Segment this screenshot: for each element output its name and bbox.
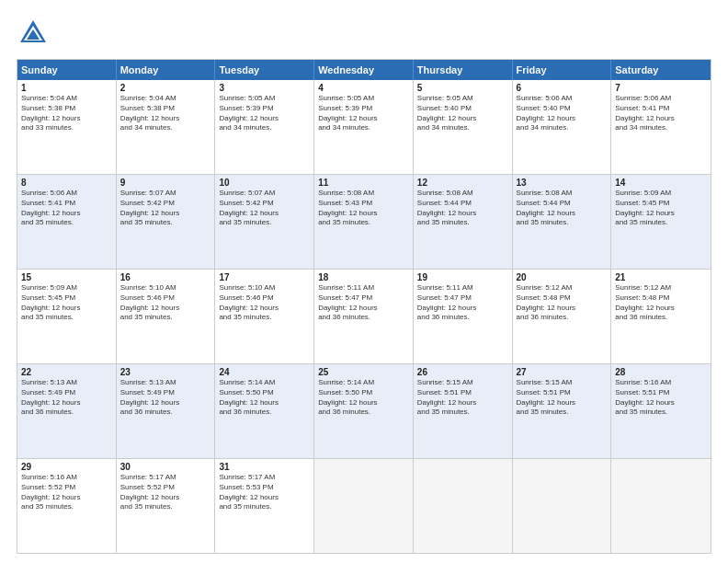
calendar: SundayMondayTuesdayWednesdayThursdayFrid…: [17, 59, 711, 554]
calendar-cell: 26Sunrise: 5:15 AM Sunset: 5:51 PM Dayli…: [414, 364, 513, 458]
cell-content: Sunrise: 5:13 AM Sunset: 5:49 PM Dayligh…: [120, 378, 211, 418]
calendar-cell: 29Sunrise: 5:16 AM Sunset: 5:52 PM Dayli…: [17, 459, 117, 553]
calendar-cell: 6Sunrise: 5:06 AM Sunset: 5:40 PM Daylig…: [513, 80, 612, 174]
calendar-row: 22Sunrise: 5:13 AM Sunset: 5:49 PM Dayli…: [17, 364, 711, 459]
cell-content: Sunrise: 5:05 AM Sunset: 5:39 PM Dayligh…: [318, 94, 409, 133]
calendar-cell: 12Sunrise: 5:08 AM Sunset: 5:44 PM Dayli…: [414, 175, 513, 269]
cell-content: Sunrise: 5:05 AM Sunset: 5:39 PM Dayligh…: [219, 94, 310, 133]
calendar-header: SundayMondayTuesdayWednesdayThursdayFrid…: [17, 60, 711, 80]
day-number: 11: [318, 178, 409, 188]
calendar-cell: 15Sunrise: 5:09 AM Sunset: 5:45 PM Dayli…: [17, 270, 117, 363]
calendar-cell: 8Sunrise: 5:06 AM Sunset: 5:41 PM Daylig…: [17, 175, 117, 269]
calendar-header-cell: Friday: [513, 60, 612, 80]
day-number: 7: [615, 83, 707, 93]
day-number: 16: [120, 272, 211, 282]
cell-content: Sunrise: 5:16 AM Sunset: 5:52 PM Dayligh…: [21, 473, 112, 512]
calendar-cell: 27Sunrise: 5:15 AM Sunset: 5:51 PM Dayli…: [513, 364, 612, 458]
calendar-header-cell: Monday: [117, 60, 216, 80]
calendar-header-cell: Wednesday: [314, 60, 414, 80]
calendar-cell: 10Sunrise: 5:07 AM Sunset: 5:42 PM Dayli…: [215, 175, 314, 269]
day-number: 24: [219, 367, 310, 377]
calendar-cell: 17Sunrise: 5:10 AM Sunset: 5:46 PM Dayli…: [215, 270, 314, 363]
day-number: 12: [417, 178, 508, 188]
day-number: 9: [120, 178, 211, 188]
cell-content: Sunrise: 5:17 AM Sunset: 5:53 PM Dayligh…: [219, 473, 310, 512]
header: [17, 17, 711, 50]
cell-content: Sunrise: 5:16 AM Sunset: 5:51 PM Dayligh…: [615, 378, 707, 418]
cell-content: Sunrise: 5:04 AM Sunset: 5:38 PM Dayligh…: [21, 94, 112, 133]
calendar-cell: 16Sunrise: 5:10 AM Sunset: 5:46 PM Dayli…: [117, 270, 216, 363]
cell-content: Sunrise: 5:09 AM Sunset: 5:45 PM Dayligh…: [21, 283, 112, 323]
calendar-cell: 5Sunrise: 5:05 AM Sunset: 5:40 PM Daylig…: [414, 80, 513, 174]
calendar-cell: 28Sunrise: 5:16 AM Sunset: 5:51 PM Dayli…: [611, 364, 711, 458]
cell-content: Sunrise: 5:08 AM Sunset: 5:44 PM Dayligh…: [417, 189, 508, 228]
cell-content: Sunrise: 5:07 AM Sunset: 5:42 PM Dayligh…: [219, 189, 310, 228]
calendar-cell: 13Sunrise: 5:08 AM Sunset: 5:44 PM Dayli…: [513, 175, 612, 269]
calendar-row: 8Sunrise: 5:06 AM Sunset: 5:41 PM Daylig…: [17, 175, 711, 270]
day-number: 1: [21, 83, 112, 93]
cell-content: Sunrise: 5:14 AM Sunset: 5:50 PM Dayligh…: [219, 378, 310, 418]
day-number: 4: [318, 83, 409, 93]
day-number: 15: [21, 272, 112, 282]
day-number: 29: [21, 462, 112, 472]
day-number: 26: [417, 367, 508, 377]
day-number: 28: [615, 367, 707, 377]
day-number: 17: [219, 272, 310, 282]
day-number: 2: [120, 83, 211, 93]
cell-content: Sunrise: 5:13 AM Sunset: 5:49 PM Dayligh…: [21, 378, 112, 418]
day-number: 21: [615, 272, 707, 282]
cell-content: Sunrise: 5:10 AM Sunset: 5:46 PM Dayligh…: [120, 283, 211, 323]
day-number: 19: [417, 272, 508, 282]
cell-content: Sunrise: 5:09 AM Sunset: 5:45 PM Dayligh…: [615, 189, 707, 228]
cell-content: Sunrise: 5:07 AM Sunset: 5:42 PM Dayligh…: [120, 189, 211, 228]
calendar-cell: 24Sunrise: 5:14 AM Sunset: 5:50 PM Dayli…: [215, 364, 314, 458]
day-number: 10: [219, 178, 310, 188]
calendar-row: 15Sunrise: 5:09 AM Sunset: 5:45 PM Dayli…: [17, 270, 711, 364]
calendar-cell: [314, 459, 414, 553]
calendar-cell: 20Sunrise: 5:12 AM Sunset: 5:48 PM Dayli…: [513, 270, 612, 363]
day-number: 14: [615, 178, 707, 188]
calendar-cell: 23Sunrise: 5:13 AM Sunset: 5:49 PM Dayli…: [117, 364, 216, 458]
day-number: 18: [318, 272, 409, 282]
calendar-header-cell: Sunday: [17, 60, 117, 80]
calendar-cell: 31Sunrise: 5:17 AM Sunset: 5:53 PM Dayli…: [215, 459, 314, 553]
day-number: 5: [417, 83, 508, 93]
calendar-row: 29Sunrise: 5:16 AM Sunset: 5:52 PM Dayli…: [17, 459, 711, 553]
cell-content: Sunrise: 5:06 AM Sunset: 5:41 PM Dayligh…: [21, 189, 112, 228]
cell-content: Sunrise: 5:08 AM Sunset: 5:44 PM Dayligh…: [517, 189, 608, 228]
cell-content: Sunrise: 5:11 AM Sunset: 5:47 PM Dayligh…: [318, 283, 409, 323]
calendar-header-cell: Thursday: [414, 60, 513, 80]
calendar-cell: 14Sunrise: 5:09 AM Sunset: 5:45 PM Dayli…: [611, 175, 711, 269]
day-number: 3: [219, 83, 310, 93]
cell-content: Sunrise: 5:04 AM Sunset: 5:38 PM Dayligh…: [120, 94, 211, 133]
calendar-cell: [513, 459, 612, 553]
cell-content: Sunrise: 5:12 AM Sunset: 5:48 PM Dayligh…: [615, 283, 707, 323]
calendar-cell: 22Sunrise: 5:13 AM Sunset: 5:49 PM Dayli…: [17, 364, 117, 458]
cell-content: Sunrise: 5:15 AM Sunset: 5:51 PM Dayligh…: [417, 378, 508, 418]
calendar-header-cell: Tuesday: [215, 60, 314, 80]
calendar-cell: 2Sunrise: 5:04 AM Sunset: 5:38 PM Daylig…: [117, 80, 216, 174]
day-number: 30: [120, 462, 211, 472]
day-number: 23: [120, 367, 211, 377]
cell-content: Sunrise: 5:12 AM Sunset: 5:48 PM Dayligh…: [517, 283, 608, 323]
cell-content: Sunrise: 5:15 AM Sunset: 5:51 PM Dayligh…: [517, 378, 608, 418]
calendar-cell: 1Sunrise: 5:04 AM Sunset: 5:38 PM Daylig…: [17, 80, 117, 174]
calendar-cell: 30Sunrise: 5:17 AM Sunset: 5:52 PM Dayli…: [117, 459, 216, 553]
cell-content: Sunrise: 5:10 AM Sunset: 5:46 PM Dayligh…: [219, 283, 310, 323]
calendar-cell: 21Sunrise: 5:12 AM Sunset: 5:48 PM Dayli…: [611, 270, 711, 363]
cell-content: Sunrise: 5:11 AM Sunset: 5:47 PM Dayligh…: [417, 283, 508, 323]
day-number: 20: [517, 272, 608, 282]
cell-content: Sunrise: 5:06 AM Sunset: 5:40 PM Dayligh…: [517, 94, 608, 133]
day-number: 27: [517, 367, 608, 377]
cell-content: Sunrise: 5:05 AM Sunset: 5:40 PM Dayligh…: [417, 94, 508, 133]
calendar-cell: 4Sunrise: 5:05 AM Sunset: 5:39 PM Daylig…: [314, 80, 414, 174]
day-number: 22: [21, 367, 112, 377]
calendar-row: 1Sunrise: 5:04 AM Sunset: 5:38 PM Daylig…: [17, 80, 711, 175]
calendar-cell: 11Sunrise: 5:08 AM Sunset: 5:43 PM Dayli…: [314, 175, 414, 269]
page: SundayMondayTuesdayWednesdayThursdayFrid…: [0, 0, 728, 563]
calendar-cell: 9Sunrise: 5:07 AM Sunset: 5:42 PM Daylig…: [117, 175, 216, 269]
calendar-cell: [611, 459, 711, 553]
cell-content: Sunrise: 5:17 AM Sunset: 5:52 PM Dayligh…: [120, 473, 211, 512]
calendar-cell: [414, 459, 513, 553]
calendar-cell: 19Sunrise: 5:11 AM Sunset: 5:47 PM Dayli…: [414, 270, 513, 363]
